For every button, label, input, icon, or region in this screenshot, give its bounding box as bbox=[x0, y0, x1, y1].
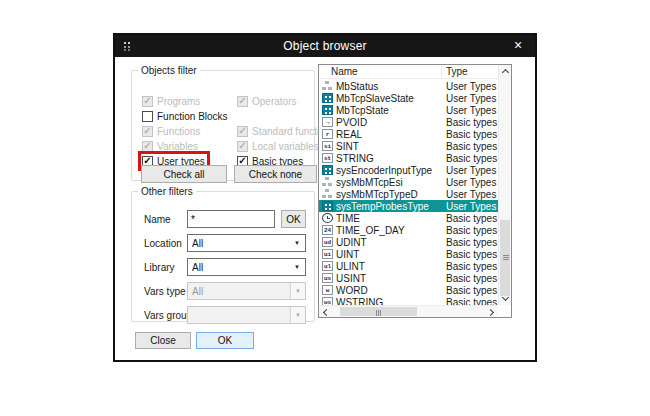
struct-icon bbox=[322, 177, 333, 187]
table-row[interactable]: → PVOID Basic types bbox=[319, 116, 498, 128]
vertical-scroll-thumb[interactable] bbox=[500, 220, 510, 296]
filter-checkbox-item[interactable]: ✓ Function Blocks bbox=[141, 109, 230, 123]
r-icon: r bbox=[322, 129, 333, 139]
row-type: User Types bbox=[446, 81, 496, 92]
titlebar: Object browser × bbox=[115, 35, 535, 57]
table-row[interactable]: 24 TIME_OF_DAY Basic types bbox=[319, 224, 498, 236]
chevron-down-icon: ▼ bbox=[294, 240, 305, 246]
row-type: Basic types bbox=[446, 153, 497, 164]
other-filters-legend: Other filters bbox=[138, 186, 196, 197]
name-filter-input[interactable] bbox=[187, 210, 275, 228]
table-row[interactable]: sysMbMTcpEsi User Types bbox=[319, 176, 498, 188]
dropdown-value: All bbox=[188, 286, 290, 297]
list-header: Name Type bbox=[319, 65, 511, 79]
row-type: User Types bbox=[446, 177, 496, 188]
check-none-button[interactable]: Check none bbox=[234, 165, 317, 183]
checkmark-icon: ✓ bbox=[238, 156, 246, 165]
dropdown[interactable]: All ▼ bbox=[187, 282, 306, 300]
table-row[interactable]: ud UDINT Basic types bbox=[319, 236, 498, 248]
row-name: UINT bbox=[336, 249, 359, 260]
checkbox[interactable]: ✓ bbox=[142, 126, 153, 137]
type-list: Name Type MbStatus User Types MbTcpSlave… bbox=[318, 64, 512, 318]
row-type: Basic types bbox=[446, 237, 497, 248]
table-row[interactable]: ul ULINT Basic types bbox=[319, 260, 498, 272]
table-row[interactable]: MbTcpSlaveState User Types bbox=[319, 92, 498, 104]
column-header-type[interactable]: Type bbox=[446, 66, 468, 77]
horizontal-scrollbar[interactable] bbox=[319, 305, 498, 317]
checkbox[interactable]: ✓ bbox=[237, 96, 248, 107]
check-all-button[interactable]: Check all bbox=[141, 165, 227, 183]
table-row[interactable]: ui UINT Basic types bbox=[319, 248, 498, 260]
table-row[interactable]: MbStatus User Types bbox=[319, 80, 498, 92]
close-button[interactable]: Close bbox=[135, 332, 191, 349]
table-row[interactable]: us USINT Basic types bbox=[319, 272, 498, 284]
row-name: WORD bbox=[336, 285, 368, 296]
scroll-up-icon[interactable] bbox=[499, 65, 512, 77]
name-label: Name bbox=[144, 214, 171, 225]
checkbox[interactable]: ✓ bbox=[142, 141, 153, 152]
close-icon[interactable]: × bbox=[509, 35, 527, 57]
row-name: SINT bbox=[336, 141, 359, 152]
table-row[interactable]: w WORD Basic types bbox=[319, 284, 498, 296]
horizontal-scroll-thumb[interactable] bbox=[340, 307, 417, 316]
row-name: PVOID bbox=[336, 117, 367, 128]
row-name: MbTcpSlaveState bbox=[336, 93, 414, 104]
chevron-down-icon: ▼ bbox=[290, 283, 305, 299]
table-row[interactable]: TIME Basic types bbox=[319, 212, 498, 224]
enum-icon bbox=[322, 165, 333, 175]
dropdown[interactable]: All ▼ bbox=[187, 258, 306, 276]
row-name: WSTRING bbox=[336, 297, 383, 306]
vertical-scrollbar[interactable] bbox=[498, 65, 511, 305]
table-row[interactable]: sysTempProbesType User Types bbox=[319, 200, 498, 212]
dropdown[interactable]: ▼ bbox=[187, 306, 306, 324]
checkbox[interactable]: ✓ bbox=[142, 96, 153, 107]
row-type: Basic types bbox=[446, 129, 497, 140]
scroll-left-icon[interactable] bbox=[319, 306, 331, 318]
object-browser-dialog: Object browser × Objects filter ✓ Progra… bbox=[113, 33, 537, 362]
filter-checkbox-item[interactable]: ✓ Programs bbox=[141, 94, 202, 108]
enum-icon bbox=[322, 201, 333, 211]
other-filter-rows: Name OK Location All ▼ Library bbox=[132, 210, 314, 330]
clock-icon bbox=[322, 213, 333, 223]
pointer-icon: → bbox=[322, 117, 333, 127]
row-name: STRING bbox=[336, 153, 374, 164]
checkbox[interactable]: ✓ bbox=[237, 126, 248, 137]
dropdown-value: All bbox=[188, 238, 294, 249]
si-icon: si bbox=[322, 141, 333, 151]
row-type: Basic types bbox=[446, 225, 497, 236]
table-row[interactable]: st STRING Basic types bbox=[319, 152, 498, 164]
app-icon bbox=[122, 40, 134, 52]
row-type: Basic types bbox=[446, 117, 497, 128]
row-name: UDINT bbox=[336, 237, 367, 248]
chevron-down-icon: ▼ bbox=[290, 307, 305, 323]
filter-checkbox-item[interactable]: ✓ Functions bbox=[141, 124, 202, 138]
name-ok-button[interactable]: OK bbox=[281, 210, 306, 228]
column-header-name[interactable]: Name bbox=[331, 66, 358, 77]
checkmark-icon: ✓ bbox=[238, 126, 246, 135]
table-row[interactable]: sysMbMTcpTypeD User Types bbox=[319, 188, 498, 200]
w-icon: w bbox=[322, 285, 333, 295]
row-type: Basic types bbox=[446, 285, 497, 296]
table-row[interactable]: r REAL Basic types bbox=[319, 128, 498, 140]
dropdown[interactable]: All ▼ bbox=[187, 234, 306, 252]
row-name: REAL bbox=[336, 129, 362, 140]
filter-checkbox-item[interactable]: ✓ Variables bbox=[141, 139, 200, 153]
checkmark-icon: ✓ bbox=[143, 126, 151, 135]
row-type: User Types bbox=[446, 105, 496, 116]
checkbox-label: Local variables bbox=[252, 141, 319, 152]
table-row[interactable]: MbTcpState User Types bbox=[319, 104, 498, 116]
filter-checkbox-item[interactable]: ✓ Operators bbox=[236, 94, 298, 108]
table-row[interactable]: si SINT Basic types bbox=[319, 140, 498, 152]
ok-button[interactable]: OK bbox=[196, 332, 254, 349]
scroll-right-icon[interactable] bbox=[486, 306, 498, 318]
enum-icon bbox=[322, 93, 333, 103]
row-name: sysTempProbesType bbox=[336, 201, 429, 212]
filter-checkbox-item[interactable]: ✓ Local variables bbox=[236, 139, 321, 153]
table-row[interactable]: ws WSTRING Basic types bbox=[319, 296, 498, 305]
enum-icon bbox=[322, 105, 333, 115]
table-row[interactable]: sysEncoderInputType User Types bbox=[319, 164, 498, 176]
scroll-down-icon[interactable] bbox=[499, 293, 512, 305]
checkbox[interactable]: ✓ bbox=[142, 111, 153, 122]
combo-filter-row: Location All ▼ bbox=[132, 234, 314, 252]
checkbox[interactable]: ✓ bbox=[237, 141, 248, 152]
